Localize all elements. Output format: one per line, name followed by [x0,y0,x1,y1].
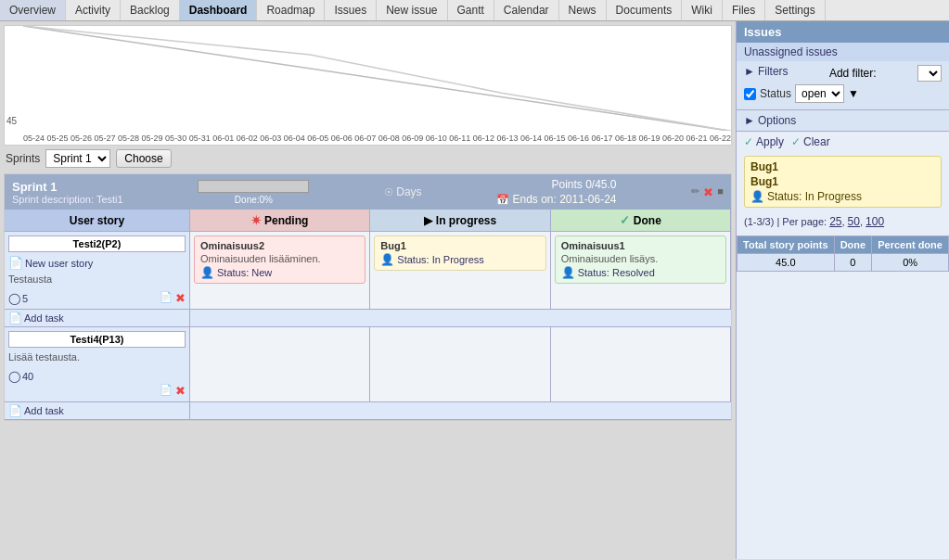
progress-label: Done:0% [235,195,273,205]
issue-user-icon: 👤 [750,190,764,203]
task-cells-0: Ominaisuus2Ominaisuuden lisääminen.👤Stat… [190,232,731,309]
nav-item-news[interactable]: News [559,0,607,20]
stats-table: Total story points Done Percent done 45.… [737,235,949,272]
triangle-icon: ► [744,65,755,78]
sprints-label: Sprints [6,152,40,165]
issue-card-status: 👤 Status: In Progress [750,190,935,203]
add-task-spacer-0 [190,310,731,326]
task-card-done-0-0[interactable]: Ominaisuus1Ominaisuuden lisäys.👤Status: … [555,235,726,284]
story-row-0: Testi2(P2)📄New user storyTestausta◯5📄✖Om… [5,232,731,310]
task-status: 👤Status: Resolved [561,266,720,279]
filters-section: ► Filters Add filter: Status open ▼ [737,61,949,110]
story-doc-icon[interactable]: 📄 [160,291,173,305]
nav-item-files[interactable]: Files [723,0,765,20]
sprint-header-right: Points 0/45.0 📅 Ends on: 2011-06-24 [496,178,616,206]
task-title: Bug1 [380,240,539,251]
nav-item-activity[interactable]: Activity [66,0,121,20]
task-col-done-0: Ominaisuus1Ominaisuuden lisäys.👤Status: … [551,232,731,309]
nav-item-calendar[interactable]: Calendar [494,0,559,20]
sprint-lock-icon[interactable]: ■ [717,185,724,199]
clear-button[interactable]: ✓ Clear [791,135,830,148]
task-col-inprogress-1 [370,327,550,401]
status-filter-checkbox[interactable] [744,88,756,100]
task-status: 👤Status: New [200,266,359,279]
story-name-0[interactable]: Testi2(P2) [8,235,186,252]
sprint-delete-icon[interactable]: ✖ [703,185,713,199]
story-delete-icon[interactable]: ✖ [175,384,186,398]
story-doc-icon[interactable]: 📄 [160,384,173,398]
task-title: Ominaisuus1 [561,240,720,251]
chart-x-labels: 05-24 05-25 05-26 05-27 05-28 05-29 05-3… [5,134,731,143]
task-card-inprogress-0-0[interactable]: Bug1👤Status: In Progress [374,235,545,271]
nav-item-gantt[interactable]: Gantt [448,0,494,20]
add-task-row-1: 📄Add task [5,402,731,420]
sprint-header-left: Sprint 1 Sprint description: Testi1 [12,180,123,205]
story-cell-1: Testi4(P13)Lisää testausta.◯40📄✖ [5,327,190,401]
col-header-story: User story [5,210,190,232]
nav-item-backlog[interactable]: Backlog [121,0,180,20]
ends-label: 📅 Ends on: 2011-06-24 [496,193,616,206]
apply-check-icon: ✓ [744,135,753,148]
sprint-actions: ✏ ✖ ■ [691,185,724,199]
add-task-cell-1: 📄Add task [5,402,190,419]
col-header-pending: ✷ Pending [190,210,370,232]
nav-item-wiki[interactable]: Wiki [682,0,723,20]
per-page-50[interactable]: 50 [848,215,860,228]
filters-toggle[interactable]: ► Filters [744,65,789,78]
options-toggle[interactable]: ► Options [744,114,942,127]
task-col-done-1 [551,327,731,401]
nav-item-roadmap[interactable]: Roadmap [257,0,325,20]
story-rows: Testi2(P2)📄New user storyTestausta◯5📄✖Om… [5,232,731,420]
add-task-icon: 📄 [8,312,22,325]
chart-y-label: 45 [6,116,17,126]
task-desc: Ominaisuuden lisääminen. [200,253,359,264]
task-cells-1 [190,327,731,401]
nav-item-settings[interactable]: Settings [765,0,825,20]
task-col-pending-1 [190,327,370,401]
add-filter-label: Add filter: [829,67,877,80]
new-user-story-link[interactable]: 📄New user story [8,256,186,270]
per-page-100[interactable]: 100 [866,215,884,228]
apply-button[interactable]: ✓ Apply [744,135,784,148]
task-user-icon: 👤 [561,266,575,279]
nav-item-documents[interactable]: Documents [607,0,683,20]
sidebar-unassigned-label: Unassigned issues [737,43,949,61]
add-task-link-1[interactable]: 📄Add task [8,404,186,417]
choose-button[interactable]: Choose [116,149,171,168]
status-filter-arrow: ▼ [848,87,859,100]
issue-card-bug1[interactable]: Bug1 Bug1 👤 Status: In Progress [744,156,942,208]
nav-item-issues[interactable]: Issues [325,0,377,20]
stats-story-points: 45.0 [737,254,835,272]
task-title: Ominaisuus2 [200,240,359,251]
add-task-link-0[interactable]: 📄Add task [8,312,186,325]
story-desc-0: Testausta [8,274,186,285]
issue-card-subtitle: Bug1 [750,175,935,188]
task-user-icon: 👤 [380,253,394,266]
sprint-header-center: Done:0% [198,180,309,205]
task-col-inprogress-0: Bug1👤Status: In Progress [370,232,550,309]
chart-svg [23,26,731,131]
svg-line-0 [23,26,731,131]
nav-item-dashboard[interactable]: Dashboard [180,0,258,20]
sprint-select[interactable]: Sprint 1 [45,149,110,168]
top-nav: OverviewActivityBacklogDashboardRoadmapI… [0,0,949,21]
stats-row: 45.0 0 0% [737,254,949,272]
task-col-pending-0: Ominaisuus2Ominaisuuden lisääminen.👤Stat… [190,232,370,309]
story-name-1[interactable]: Testi4(P13) [8,331,186,348]
options-section: ► Options [737,110,949,132]
story-icons-1: 📄✖ [160,384,186,398]
add-filter-select[interactable] [917,65,942,82]
progress-bar [198,180,309,193]
sprint-edit-icon[interactable]: ✏ [691,185,699,199]
status-filter-select[interactable]: open [795,84,844,103]
task-card-pending-0-0[interactable]: Ominaisuus2Ominaisuuden lisääminen.👤Stat… [194,235,365,284]
story-row-1: Testi4(P13)Lisää testausta.◯40📄✖ [5,327,731,402]
nav-item-new-issue[interactable]: New issue [377,0,447,20]
days-label: ☉ Days [384,185,421,198]
stats-header-percent: Percent done [872,236,949,254]
add-task-spacer-1 [190,402,731,419]
story-delete-icon[interactable]: ✖ [175,291,186,305]
task-user-icon: 👤 [200,266,214,279]
nav-item-overview[interactable]: Overview [0,0,66,20]
per-page-25[interactable]: 25 [829,215,841,228]
